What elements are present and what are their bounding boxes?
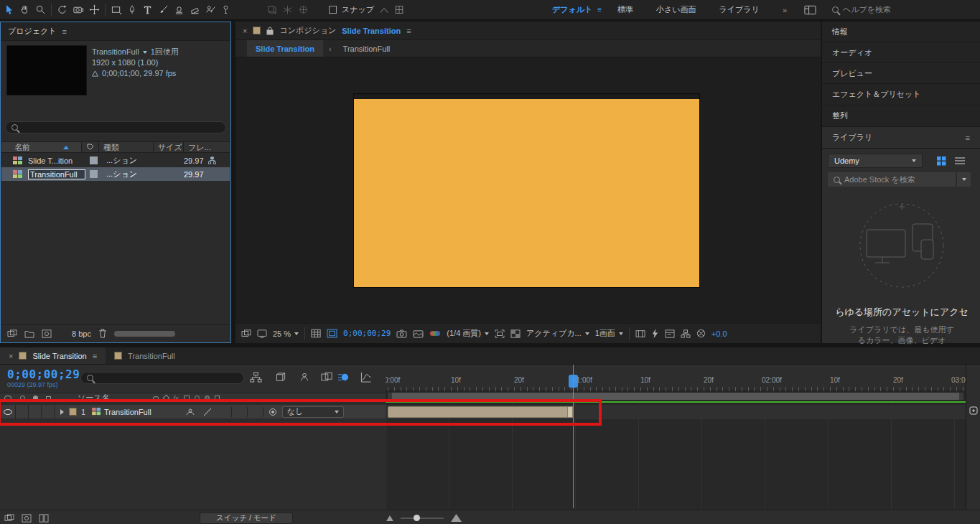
puppet-pin-tool-icon[interactable] [221,4,230,15]
panel-menu-icon[interactable]: ≡ [406,27,411,35]
current-timecode[interactable]: 0;00;00;29 [7,368,80,381]
pixel-aspect-correction-icon[interactable] [635,329,645,338]
table-row-selected[interactable]: TransitionFull ...ション 29.97 [1,167,230,181]
workspace-bar-icon[interactable] [804,5,816,15]
zoom-tool-icon[interactable] [35,4,46,15]
snap-option-icon-1[interactable] [379,6,389,14]
safe-margins-icon[interactable] [327,329,337,338]
layer-switches-toggle-icon[interactable] [4,514,14,523]
panel-tab-audio[interactable]: オーディオ [822,42,980,63]
frame-blending-icon[interactable] [321,372,332,383]
comp-timecode[interactable]: 0;00;00;29 [343,329,391,338]
library-source-dropdown[interactable]: Udemy [828,154,923,168]
workspace-default-menu-icon[interactable]: ≡ [597,6,602,14]
comp-flowchart-icon[interactable] [681,329,691,338]
close-tab-icon[interactable]: × [9,352,13,360]
draft-3d-icon[interactable] [275,372,286,383]
rectangle-tool-icon[interactable] [111,4,122,15]
camera-tool-icon[interactable] [73,4,84,15]
zoom-out-mountain-icon[interactable] [386,515,393,521]
workspace-tab-small-screen[interactable]: 小さい画面 [656,4,696,15]
transfer-controls-toggle-icon[interactable] [22,514,32,523]
column-header-size[interactable]: サイズ [154,142,184,152]
new-composition-icon[interactable] [42,329,52,338]
grid-view-icon[interactable] [937,156,946,166]
lock-viewer-icon[interactable] [241,329,251,338]
reset-exposure-icon[interactable] [696,329,706,338]
video-monitor-icon[interactable] [257,329,267,338]
project-search-field[interactable] [5,121,226,134]
resolution-select[interactable]: (1/4 画質) [447,328,489,339]
clone-stamp-tool-icon[interactable] [174,4,185,15]
time-ruler[interactable]: 0:00f 10f 20f 01:00f 10f 20f 02:00f 10f … [386,365,966,391]
panel-menu-icon[interactable]: ≡ [93,352,97,360]
snap-option-icon-2[interactable] [394,5,404,14]
zoom-in-mountain-icon[interactable] [451,514,462,522]
workspace-overflow-chevron[interactable]: » [783,6,787,14]
view-axis-mode-icon[interactable] [298,4,309,15]
list-view-icon[interactable] [955,156,965,165]
world-axis-mode-icon[interactable] [282,4,293,15]
panel-tab-info[interactable]: 情報 [822,22,980,42]
timeline-tab-active[interactable]: × Slide Transition ≡ [0,347,106,364]
column-header-label-icon[interactable] [82,142,99,152]
pen-tool-icon[interactable] [127,4,137,15]
composition-viewer[interactable] [235,57,821,323]
camera-select[interactable]: アクティブカ... [526,328,589,339]
grid-guides-icon[interactable] [311,329,321,338]
horizontal-scrollbar-thumb[interactable] [114,331,175,337]
timeline-button-icon[interactable] [665,329,675,338]
brush-tool-icon[interactable] [158,4,169,15]
panel-tab-effects-presets[interactable]: エフェクト＆プリセット [822,84,980,106]
snapshot-icon[interactable] [396,329,407,338]
new-folder-icon[interactable] [24,329,34,338]
snap-checkbox[interactable] [329,6,337,14]
eraser-tool-icon[interactable] [190,4,200,15]
trash-icon[interactable] [98,329,107,338]
panel-tab-align[interactable]: 整列 [822,106,980,127]
column-header-name[interactable]: 名前 [1,142,82,152]
timeline-zoom-slider[interactable] [401,518,444,519]
active-composition-name[interactable]: Slide Transition [342,27,401,35]
help-search-field[interactable]: ヘルプを検索 [832,4,976,15]
workspace-tab-standard[interactable]: 標準 [617,4,633,15]
timeline-tab-inactive[interactable]: TransitionFull [106,347,184,364]
transparency-grid-icon[interactable] [510,329,521,338]
interpret-footage-icon[interactable] [7,329,17,338]
rotation-tool-icon[interactable] [57,4,67,15]
label-color-swatch[interactable] [90,170,98,178]
pan-behind-tool-icon[interactable] [89,4,100,15]
fast-preview-icon[interactable] [651,329,659,338]
selection-tool-icon[interactable] [4,4,14,16]
workspace-tab-library[interactable]: ライブラリ [719,4,760,15]
magnification-select[interactable]: 25 % [273,329,299,338]
comp-tab-active[interactable]: Slide Transition [247,40,323,57]
chevron-down-icon[interactable] [143,51,147,54]
column-header-fps[interactable]: フレ... [184,142,211,153]
type-tool-icon[interactable] [142,4,153,15]
zoom-slider-thumb[interactable] [414,515,420,521]
column-header-type[interactable]: 種類 [99,142,154,152]
local-axis-mode-icon[interactable] [266,4,277,15]
project-panel-header[interactable]: プロジェクト ≡ [1,22,230,41]
panel-menu-icon[interactable]: ≡ [62,27,67,36]
composition-marker-button[interactable] [969,406,978,415]
roto-brush-tool-icon[interactable] [205,4,216,15]
stock-search-field[interactable]: Adobe Stock を検索 [828,172,956,187]
panel-menu-icon[interactable]: ≡ [966,134,970,142]
project-color-depth[interactable]: 8 bpc [72,329,91,338]
timeline-search-field[interactable] [80,372,244,384]
close-panel-icon[interactable]: × [243,27,247,35]
region-of-interest-icon[interactable] [495,329,505,338]
label-color-swatch[interactable] [90,156,98,164]
item-name-editing[interactable]: TransitionFull [28,169,85,179]
switches-modes-button[interactable]: スイッチ / モード [200,513,293,524]
panel-tab-library[interactable]: ライブラリ ≡ [822,127,980,149]
channels-icon[interactable] [429,329,441,338]
panel-tab-preview[interactable]: プレビュー [822,63,980,84]
hand-tool-icon[interactable] [19,4,30,15]
comp-mini-flowchart-icon[interactable] [250,372,262,383]
view-layout-select[interactable]: 1画面 [595,328,623,339]
exposure-value[interactable]: +0.0 [711,329,727,338]
in-out-panes-toggle-icon[interactable] [39,514,49,523]
